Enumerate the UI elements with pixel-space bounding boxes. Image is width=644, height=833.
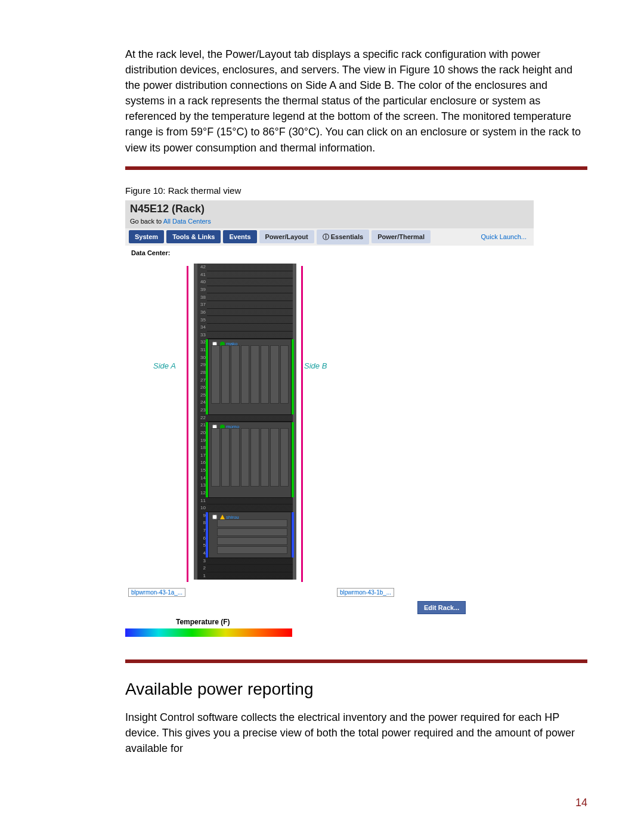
rack-u-slot: 33 bbox=[197, 331, 293, 339]
pdu-a-label[interactable]: blpwrmon-43-1a_... bbox=[128, 588, 185, 597]
back-link[interactable]: All Data Centers bbox=[163, 218, 211, 225]
rack-u-slot: 39 bbox=[197, 286, 293, 293]
page-number: 14 bbox=[575, 797, 587, 809]
temperature-legend-label: Temperature (F) bbox=[176, 618, 230, 626]
tab-events[interactable]: Events bbox=[223, 230, 256, 243]
tab-bar: System Tools & Links Events Power/Layout… bbox=[125, 228, 534, 246]
rack-u-slot: 1 bbox=[197, 572, 293, 580]
power-bar-side-b bbox=[301, 266, 303, 582]
divider-red-top bbox=[125, 166, 587, 170]
enclosure-momo[interactable]: momo bbox=[208, 422, 292, 498]
rack-u-slot: 37 bbox=[197, 301, 293, 309]
figure-caption: Figure 10: Rack thermal view bbox=[125, 185, 587, 196]
back-link-prefix: Go back to bbox=[130, 218, 163, 225]
power-bar-side-a bbox=[187, 266, 188, 582]
quick-launch-link[interactable]: Quick Launch... bbox=[478, 233, 530, 240]
body-paragraph-2: Insight Control software collects the el… bbox=[125, 710, 587, 756]
enclosure-mako[interactable]: mako bbox=[208, 339, 292, 415]
side-a-label: Side A bbox=[153, 361, 176, 370]
tab-tools-links[interactable]: Tools & Links bbox=[166, 230, 221, 243]
heading-available-power: Available power reporting bbox=[125, 680, 587, 699]
status-warning-icon bbox=[220, 515, 225, 519]
figure-rack-thermal-view: N45E12 (Rack) Go back to All Data Center… bbox=[125, 200, 534, 642]
tab-power-layout[interactable]: Power/Layout bbox=[259, 230, 314, 243]
body-paragraph-1: At the rack level, the Power/Layout tab … bbox=[125, 47, 587, 156]
rack-u-slot: 40 bbox=[197, 278, 293, 286]
tab-power-thermal[interactable]: Power/Thermal bbox=[371, 230, 431, 243]
rack-area: Side A Side B 12345678910111213141516171… bbox=[125, 260, 534, 585]
divider-red-bottom bbox=[125, 659, 587, 663]
rack-u-slot: 36 bbox=[197, 308, 293, 316]
rack-u-slot: 34 bbox=[197, 323, 293, 331]
rack-u-slot: 2 bbox=[197, 564, 293, 572]
enclosure-checkbox[interactable] bbox=[212, 515, 217, 519]
rack-u-slot: 41 bbox=[197, 271, 293, 278]
rack-title: N45E12 (Rack) bbox=[130, 203, 529, 215]
pdu-b-label[interactable]: blpwrmon-43-1b_... bbox=[337, 588, 394, 597]
rack-body[interactable]: 1234567891011121314151617181920212223242… bbox=[194, 264, 296, 580]
temperature-legend-gradient bbox=[125, 628, 292, 637]
enclosure-shirou[interactable]: shirou bbox=[208, 512, 292, 558]
edit-rack-button[interactable]: Edit Rack... bbox=[417, 601, 466, 614]
rack-u-slot: 38 bbox=[197, 293, 293, 301]
rack-u-slot: 10 bbox=[197, 504, 293, 512]
data-center-label: Data Center: bbox=[125, 246, 534, 260]
tab-system[interactable]: System bbox=[129, 230, 164, 243]
rack-u-slot: 42 bbox=[197, 263, 293, 271]
tab-essentials[interactable]: ⓘ Essentials bbox=[317, 230, 369, 244]
rack-u-slot: 35 bbox=[197, 316, 293, 324]
side-b-label: Side B bbox=[304, 361, 327, 370]
rack-title-bar: N45E12 (Rack) Go back to All Data Center… bbox=[125, 200, 534, 228]
